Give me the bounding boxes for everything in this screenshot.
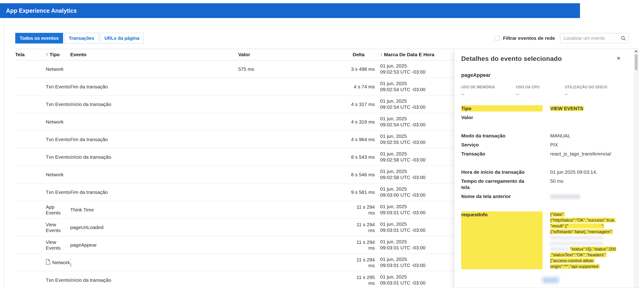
- event-tabs: Todos os eventosTransaçõesURLs da página: [15, 33, 145, 44]
- cell-delta: 4 s 964 ms: [346, 131, 375, 148]
- col-header-tipo[interactable]: ↑ Tipo: [42, 49, 70, 60]
- col-header-evento[interactable]: Evento: [70, 49, 238, 60]
- field-label: Hora de início da transação: [461, 169, 533, 175]
- table-row[interactable]: Txn EventsFim da transação4 s 964 ms01 j…: [15, 131, 454, 148]
- field-label: Serviço: [461, 142, 533, 148]
- table-row[interactable]: View EventspageAppear11 s 294 ms01 jun, …: [15, 236, 454, 254]
- table-row[interactable]: Network’ (11 s 294 ms01 jun, 202509:03:0…: [15, 254, 454, 271]
- filter-checkbox-label: Filtrar eventos de rede: [503, 35, 555, 41]
- cell-timestamp: 01 jun, 202509:03:01 UTC -03:00: [380, 236, 454, 253]
- metric-utilizacao-do-disco: UTILIZAÇÃO DO DISCO--: [565, 85, 631, 97]
- col-header-delta[interactable]: Delta: [346, 49, 375, 60]
- metric-uso-da-cpu: USO DA CPU--: [516, 85, 565, 97]
- cell-valor: [238, 96, 346, 113]
- cell-valor: [238, 78, 346, 95]
- table-row[interactable]: App EventsThink Time11 s 294 ms01 jun, 2…: [15, 201, 454, 219]
- table-row[interactable]: Txn EventsFim da transação9 s 581 ms01 j…: [15, 183, 454, 201]
- cell-delta: 8 s 543 ms: [346, 148, 375, 166]
- tab-urls-da-pagina[interactable]: URLs da página: [100, 33, 144, 44]
- cell-tipo: Network: [42, 166, 70, 183]
- left-divider: [4, 18, 4, 288]
- field-value: 50 ms: [550, 178, 631, 190]
- tab-transacoes[interactable]: Transações: [64, 33, 99, 44]
- cell-timestamp: 01 jun, 202509:02:58 UTC -03:00: [380, 166, 454, 183]
- cell-tipo: View Events: [42, 236, 70, 253]
- table-row[interactable]: Txn EventsInício da transação11 s 295 ms…: [15, 271, 454, 288]
- cell-delta: 11 s 294 ms: [346, 219, 375, 236]
- field-label: Tempo de carregamento da tela: [461, 178, 533, 190]
- table-row[interactable]: Network4 s 319 ms01 jun, 202509:02:54 UT…: [15, 113, 454, 131]
- cell-delta: 4 s 317 ms: [346, 96, 375, 113]
- table-row[interactable]: View EventspageUnLoaded11 s 294 ms01 jun…: [15, 219, 454, 236]
- table-row[interactable]: Txn EventsInício da transação4 s 317 ms0…: [15, 96, 454, 113]
- redaction-smudge: [542, 277, 559, 283]
- table-row[interactable]: Txn EventsInício da transação8 s 543 ms0…: [15, 148, 454, 166]
- cell-valor: [238, 271, 346, 288]
- search-icon[interactable]: [621, 36, 626, 41]
- event-details-panel: Detalhes do evento selecionado × pageApp…: [454, 49, 638, 288]
- detail-field-nome-da-tela-anterior: Nome da tela anterior: [461, 193, 631, 199]
- redacted-text: [550, 195, 580, 199]
- cell-evento: pageUnLoaded: [70, 219, 238, 236]
- cell-evento: Fim da transação: [70, 78, 238, 95]
- cell-valor: 575 ms: [238, 60, 346, 78]
- cell-tipo: Txn Events: [42, 271, 70, 288]
- cell-tipo: Txn Events: [42, 96, 70, 113]
- field-value: [550, 114, 631, 121]
- metric-uso-de-memoria: USO DE MEMÓRIA--: [461, 85, 516, 97]
- scroll-up-icon[interactable]: [635, 50, 638, 52]
- cell-tipo: Txn Events: [42, 78, 70, 95]
- cell-timestamp: 01 jun, 202509:02:54 UTC -03:00: [380, 78, 454, 95]
- cell-tipo: Txn Events: [42, 148, 70, 166]
- col-gap: [375, 49, 380, 60]
- cell-valor: [238, 183, 346, 201]
- col-header-timestamp[interactable]: ↑ Marca De Data E Hora: [380, 49, 454, 60]
- redacted-text: [550, 248, 569, 251]
- filter-network-checkbox[interactable]: [495, 36, 500, 41]
- tab-todos-os-eventos[interactable]: Todos os eventos: [15, 33, 63, 44]
- cell-valor: [238, 148, 346, 166]
- col-header-timestamp-label: Marca De Data E Hora: [384, 52, 434, 57]
- cell-timestamp: 01 jun, 202509:03:01 UTC -03:00: [380, 254, 454, 271]
- cell-tipo: Txn Events: [42, 131, 70, 148]
- cell-timestamp: 01 jun, 202509:02:54 UTC -03:00: [380, 96, 454, 113]
- cell-evento: ’ (: [70, 254, 238, 271]
- field-label: Transação: [461, 151, 533, 157]
- detail-field-modo-da-transacao: Modo da transaçãoMANUAL: [461, 133, 631, 139]
- cell-valor: [238, 219, 346, 236]
- search-input[interactable]: [563, 35, 621, 41]
- field-label: Valor: [461, 114, 533, 121]
- panel-scrollbar[interactable]: [634, 49, 638, 288]
- file-icon: [46, 259, 50, 266]
- cell-evento: [70, 166, 238, 183]
- cell-valor: [238, 166, 346, 183]
- field-label: Modo da transação: [461, 133, 533, 139]
- cell-delta: 9 s 581 ms: [346, 183, 375, 201]
- field-value: {"data":{"httpStatus":"OK","success":tru…: [550, 211, 631, 269]
- app-header: App Experience Analytics: [0, 3, 580, 18]
- scrollbar-thumb[interactable]: [635, 54, 638, 70]
- cell-delta: 11 s 294 ms: [346, 236, 375, 253]
- table-row[interactable]: Txn EventsFim da transação4 s 74 ms01 ju…: [15, 78, 454, 96]
- app-title: App Experience Analytics: [6, 8, 77, 14]
- close-icon[interactable]: ×: [617, 55, 620, 62]
- event-search-box: [560, 33, 629, 43]
- cell-valor: [238, 113, 346, 130]
- detail-field-requestinfo: requestInfo{"data":{"httpStatus":"OK","s…: [461, 211, 631, 269]
- cell-delta: 4 s 319 ms: [346, 113, 375, 130]
- table-row[interactable]: Network8 s 546 ms01 jun, 202509:02:58 UT…: [15, 166, 454, 183]
- detail-field-servico: ServiçoPIX: [461, 142, 631, 148]
- cell-evento: pageAppear: [70, 236, 238, 253]
- cell-valor: [238, 201, 346, 218]
- detail-field-hora-de-inicio-da-transacao: Hora de início da transação01 jun 2025 0…: [461, 169, 631, 175]
- redacted-text: [550, 236, 603, 239]
- table-row[interactable]: Network575 ms3 s 498 ms01 jun, 202509:02…: [15, 60, 454, 78]
- events-table: Tela ↑ Tipo Evento Valor Delta ↑ Marca D…: [15, 49, 454, 288]
- col-header-valor[interactable]: Valor: [238, 49, 346, 60]
- panel-title: Detalhes do evento selecionado: [461, 55, 562, 63]
- filter-area: Filtrar eventos de rede: [495, 33, 629, 44]
- field-value: PIX: [550, 142, 631, 148]
- col-header-tela[interactable]: Tela: [15, 49, 42, 60]
- sort-asc-icon: ↑: [380, 52, 383, 57]
- cell-timestamp: 01 jun, 202509:03:01 UTC -03:00: [380, 219, 454, 236]
